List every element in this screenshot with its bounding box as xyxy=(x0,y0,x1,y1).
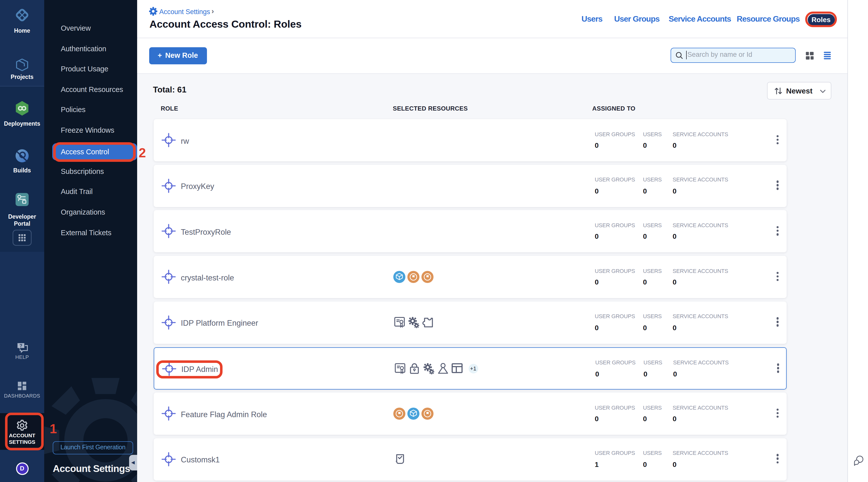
svg-text:?: ? xyxy=(19,343,22,348)
